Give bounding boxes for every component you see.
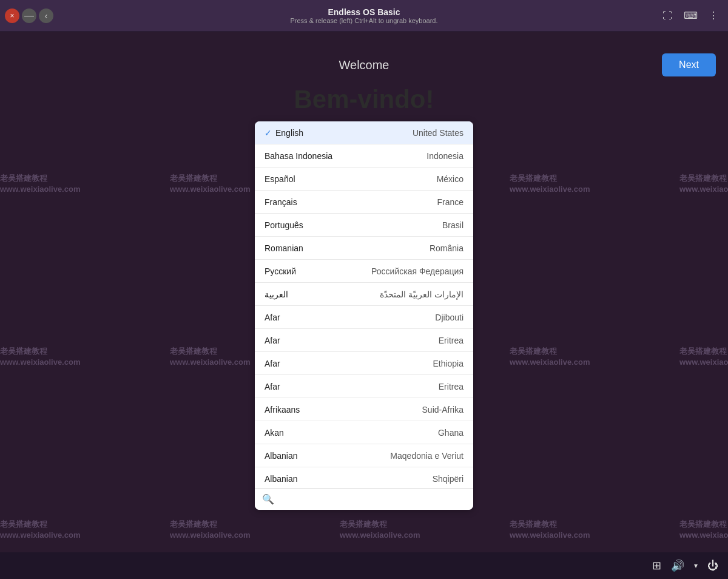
search-input[interactable] [279,495,466,504]
titlebar: × — ‹ Endless OS Basic Press & release (… [0,0,728,32]
lang-region: México [437,174,463,184]
fullscreen-button[interactable]: ⛶ [658,6,677,25]
menu-icon: ⋮ [709,10,718,21]
lang-name: Albanian [265,474,298,484]
list-item[interactable]: AlbanianShqipëri [255,467,473,488]
keyboard-button[interactable]: ⌨ [681,6,700,25]
list-item[interactable]: RomanianRomânia [255,237,473,260]
lang-region: Российская Федерация [371,266,463,276]
list-item[interactable]: AlbanianMaqedonia e Veriut [255,444,473,467]
lang-name: Akan [265,428,284,438]
app-subtitle: Press & release (left) Ctrl+Alt to ungra… [290,17,437,24]
lang-region: Maqedonia e Veriut [390,451,463,461]
next-button[interactable]: Next [662,53,716,76]
lang-name: Français [265,197,297,207]
lang-region: Suid-Afrika [422,405,463,415]
lang-name: ✓English [265,128,303,138]
menu-button[interactable]: ⋮ [704,6,723,25]
lang-region: Indonesia [426,151,463,161]
check-icon: ✓ [265,128,272,138]
lang-name: Bahasa Indonesia [265,151,332,161]
lang-region: Eritrea [439,336,463,345]
lang-name: العربية [265,290,288,299]
search-icon: 🔍 [262,493,274,505]
lang-region: الإمارات العربيّة المتحدّة [380,290,463,299]
list-item[interactable]: AfarEritrea [255,329,473,352]
lang-region: Brasil [442,220,463,230]
close-button[interactable]: × [5,8,19,23]
taskbar: ⊞ 🔊 ▾ ⏻ [0,552,728,579]
list-item[interactable]: Bahasa IndonesiaIndonesia [255,144,473,168]
language-list[interactable]: ✓EnglishUnited StatesBahasa IndonesiaInd… [255,121,473,488]
list-item[interactable]: العربيةالإمارات العربيّة المتحدّة [255,283,473,306]
lang-region: România [430,243,463,253]
lang-name: Afrikaans [265,405,300,415]
titlebar-actions: ⛶ ⌨ ⋮ [658,6,723,25]
language-list-container: ✓EnglishUnited StatesBahasa IndonesiaInd… [255,121,473,510]
lang-name: Afar [265,382,280,391]
titlebar-info: Endless OS Basic Press & release (left) … [290,7,437,24]
lang-region: Djibouti [435,313,463,322]
fullscreen-icon: ⛶ [662,10,672,21]
back-button[interactable]: ‹ [39,8,53,23]
list-item[interactable]: AfarEthiopia [255,352,473,375]
lang-name: Español [265,174,295,184]
lang-region: United States [413,128,463,138]
lang-region: France [437,197,463,207]
power-icon[interactable]: ⏻ [707,560,718,572]
lang-region: Ethiopia [433,359,463,368]
volume-arrow-icon[interactable]: ▾ [694,561,698,570]
list-item[interactable]: PortuguêsBrasil [255,214,473,237]
list-item[interactable]: РусскийРоссийская Федерация [255,260,473,283]
list-item[interactable]: AfarDjibouti [255,306,473,329]
lang-name: Afar [265,313,280,322]
list-item[interactable]: AkanGhana [255,421,473,444]
keyboard-icon: ⌨ [684,10,698,21]
volume-icon[interactable]: 🔊 [671,559,684,572]
welcome-heading: Bem-vindo! [294,85,434,114]
welcome-row: Welcome Next [0,50,728,80]
lang-region: Shqipëri [433,474,463,484]
list-item[interactable]: AfarEritrea [255,375,473,398]
app-title: Endless OS Basic [290,7,437,17]
lang-name: Afar [265,359,280,368]
lang-name: Afar [265,336,280,345]
list-item[interactable]: AfrikaansSuid-Afrika [255,398,473,421]
minimize-button[interactable]: — [22,8,36,23]
titlebar-controls: × — ‹ [5,8,53,23]
network-icon[interactable]: ⊞ [652,559,661,572]
search-box: 🔍 [255,488,473,510]
lang-name: Albanian [265,451,298,461]
lang-region: Ghana [438,428,463,438]
list-item[interactable]: FrançaisFrance [255,191,473,214]
main-content: Welcome Next Bem-vindo! ✓EnglishUnited S… [0,32,728,552]
lang-name: Русский [265,266,296,276]
lang-name: Romanian [265,243,303,253]
page-title: Welcome [339,58,389,72]
list-item[interactable]: ✓EnglishUnited States [255,121,473,144]
lang-name: Português [265,220,303,230]
list-item[interactable]: EspañolMéxico [255,168,473,191]
lang-region: Eritrea [439,382,463,391]
